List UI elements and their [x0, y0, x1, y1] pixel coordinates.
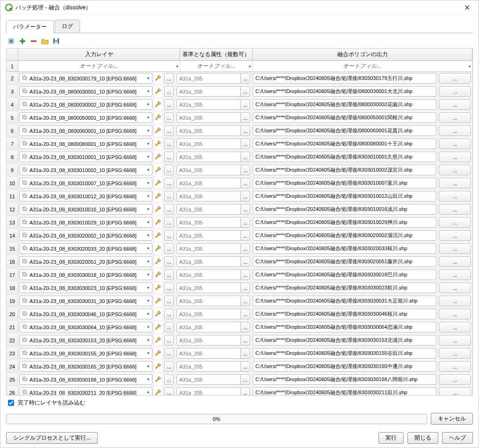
- open-file-icon[interactable]: [40, 36, 50, 46]
- dissolve-attr-input[interactable]: [176, 374, 247, 385]
- dissolve-attr-input[interactable]: [176, 99, 247, 110]
- save-icon[interactable]: [51, 36, 61, 46]
- advanced-icon[interactable]: [6, 36, 16, 46]
- output-path-input[interactable]: [253, 256, 436, 267]
- rownum[interactable]: 8: [7, 151, 18, 163]
- iterate-button[interactable]: [154, 151, 163, 163]
- input-layer-select[interactable]: A31a-20-23_08_8303030155_20 [EPSG:6668]▼: [19, 348, 152, 359]
- input-layer-select[interactable]: A31a-20-23_08_0800080001_10 [EPSG:6668]▼: [19, 138, 152, 149]
- browse-layer-button[interactable]: ...: [164, 165, 174, 175]
- iterate-button[interactable]: [154, 164, 163, 176]
- dissolve-attr-input[interactable]: [176, 243, 247, 254]
- browse-output-button[interactable]: ...: [439, 125, 471, 136]
- iterate-button[interactable]: [154, 373, 163, 386]
- output-path-input[interactable]: [253, 152, 436, 162]
- output-path-input[interactable]: [253, 230, 436, 241]
- browse-output-button[interactable]: ...: [439, 322, 471, 332]
- browse-layer-button[interactable]: ...: [164, 217, 174, 228]
- tab-log[interactable]: ログ: [55, 20, 80, 33]
- input-layer-select[interactable]: A31a-20-23_08_8303010016_10 [EPSG:6668]▼: [19, 204, 152, 215]
- input-layer-select[interactable]: A31a-20-23_08_8303030179_10 [EPSG:6668]▼: [19, 73, 152, 84]
- rownum[interactable]: 20: [7, 308, 18, 320]
- browse-layer-button[interactable]: ...: [164, 335, 174, 346]
- browse-layer-button[interactable]: ...: [164, 243, 174, 254]
- header-dissolve-attr[interactable]: 基準となる属性（複数可）: [180, 49, 253, 60]
- input-layer-select[interactable]: A31a-20-23_08_8303030168_10 [EPSG:6668]▼: [19, 374, 152, 385]
- browse-attr-button[interactable]: ...: [240, 165, 250, 175]
- browse-layer-button[interactable]: ...: [164, 309, 174, 319]
- rownum[interactable]: 14: [7, 229, 18, 242]
- browse-layer-button[interactable]: ...: [164, 296, 174, 306]
- run-button[interactable]: 実行: [378, 432, 404, 444]
- browse-output-button[interactable]: ...: [439, 178, 471, 188]
- iterate-button[interactable]: [154, 242, 163, 255]
- output-path-input[interactable]: [253, 204, 436, 215]
- input-layer-select[interactable]: A31a-20-23_08_8303030018_10 [EPSG:6668]▼: [19, 269, 152, 280]
- browse-output-button[interactable]: ...: [439, 73, 471, 84]
- rownum[interactable]: 5: [7, 111, 18, 124]
- autofill-output[interactable]: オートフィル...▾: [253, 61, 472, 72]
- browse-attr-button[interactable]: ...: [240, 178, 250, 188]
- dissolve-attr-input[interactable]: [176, 387, 247, 395]
- rownum[interactable]: 17: [7, 268, 18, 281]
- browse-attr-button[interactable]: ...: [240, 348, 250, 359]
- browse-attr-button[interactable]: ...: [240, 204, 250, 215]
- dissolve-attr-input[interactable]: [176, 152, 247, 162]
- browse-output-button[interactable]: ...: [439, 86, 471, 97]
- browse-attr-button[interactable]: ...: [240, 73, 250, 84]
- browse-output-button[interactable]: ...: [439, 204, 471, 215]
- input-layer-select[interactable]: A31a-20-23_08_8303010001_10 [EPSG:6668]▼: [19, 152, 152, 162]
- input-layer-select[interactable]: A31a-20-23_08_0800060001_10 [EPSG:6668]▼: [19, 125, 152, 136]
- browse-attr-button[interactable]: ...: [240, 256, 250, 267]
- rownum[interactable]: 18: [7, 282, 18, 294]
- rownum[interactable]: 19: [7, 295, 18, 307]
- browse-output-button[interactable]: ...: [439, 296, 471, 306]
- browse-output-button[interactable]: ...: [439, 217, 471, 228]
- input-layer-select[interactable]: A31a-20-23_08_8303020002_10 [EPSG:6668]▼: [19, 230, 152, 241]
- dissolve-attr-input[interactable]: [176, 348, 247, 359]
- rownum[interactable]: 9: [7, 164, 18, 176]
- browse-attr-button[interactable]: ...: [240, 282, 250, 293]
- browse-output-button[interactable]: ...: [439, 230, 471, 241]
- input-layer-select[interactable]: A31a-20-23_08_0800030002_10 [EPSG:6668]▼: [19, 99, 152, 110]
- iterate-button[interactable]: [154, 229, 163, 242]
- browse-attr-button[interactable]: ...: [240, 387, 250, 395]
- rownum[interactable]: 22: [7, 334, 18, 347]
- browse-layer-button[interactable]: ...: [164, 361, 174, 372]
- browse-attr-button[interactable]: ...: [240, 309, 250, 319]
- dissolve-attr-input[interactable]: [176, 296, 247, 306]
- output-path-input[interactable]: [253, 165, 436, 175]
- iterate-button[interactable]: [154, 295, 163, 307]
- dissolve-attr-input[interactable]: [176, 178, 247, 188]
- dissolve-attr-input[interactable]: [176, 361, 247, 372]
- output-path-input[interactable]: [253, 348, 436, 359]
- rownum[interactable]: 6: [7, 124, 18, 137]
- browse-layer-button[interactable]: ...: [164, 322, 174, 332]
- iterate-button[interactable]: [154, 268, 163, 281]
- output-path-input[interactable]: [253, 86, 436, 97]
- browse-output-button[interactable]: ...: [439, 99, 471, 110]
- browse-attr-button[interactable]: ...: [240, 125, 250, 136]
- browse-layer-button[interactable]: ...: [164, 269, 174, 280]
- dissolve-attr-input[interactable]: [176, 217, 247, 228]
- output-path-input[interactable]: [253, 269, 436, 280]
- iterate-button[interactable]: [154, 137, 163, 150]
- input-layer-select[interactable]: A31a-20-23_08_8303030165_20 [EPSG:6668]▼: [19, 361, 152, 372]
- browse-layer-button[interactable]: ...: [164, 73, 174, 84]
- dissolve-attr-input[interactable]: [176, 73, 247, 84]
- iterate-button[interactable]: [154, 72, 163, 85]
- browse-output-button[interactable]: ...: [439, 256, 471, 267]
- browse-attr-button[interactable]: ...: [240, 138, 250, 149]
- load-on-complete-checkbox[interactable]: [8, 400, 14, 406]
- input-layer-select[interactable]: A31a-20-23_08_8303030046_10 [EPSG:6668]▼: [19, 309, 152, 319]
- dissolve-attr-input[interactable]: [176, 86, 247, 97]
- browse-output-button[interactable]: ...: [439, 138, 471, 149]
- browse-layer-button[interactable]: ...: [164, 112, 174, 123]
- input-layer-select[interactable]: A31a-20-23_08_8303030064_10 [EPSG:6668]▼: [19, 322, 152, 332]
- rownum[interactable]: 16: [7, 255, 18, 268]
- dissolve-attr-input[interactable]: [176, 322, 247, 332]
- input-layer-select[interactable]: A31a-20-23_08_8303020051_20 [EPSG:6668]▼: [19, 256, 152, 267]
- iterate-button[interactable]: [154, 85, 163, 98]
- browse-attr-button[interactable]: ...: [240, 230, 250, 241]
- dissolve-attr-input[interactable]: [176, 138, 247, 149]
